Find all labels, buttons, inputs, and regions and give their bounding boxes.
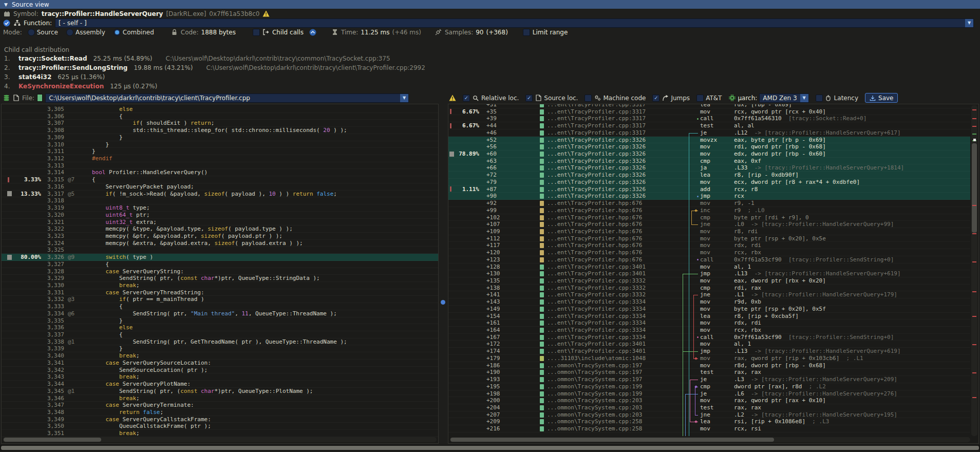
source-row[interactable]: 3,307 if( shouldExit ) return;	[2, 120, 438, 127]
source-location[interactable]: ...ent\TracyProfiler.cpp:3326	[547, 143, 646, 150]
source-row[interactable]: 13.33%3,317@5 if( !m_sock->Read( &payloa…	[2, 191, 438, 198]
source-row[interactable]: 3,337 {	[2, 331, 438, 338]
source-row[interactable]: 3,341 case ServerQuerySourceLocation:	[2, 360, 438, 367]
assembly-row[interactable]: 78.89%+60...ent\TracyProfiler.cpp:3326mo…	[448, 150, 970, 158]
checkbox-icon[interactable]	[585, 95, 592, 102]
source-location[interactable]: ...ommon\TracySystem.cpp:199	[547, 390, 642, 398]
source-location[interactable]: ...ent\TracyProfiler.cpp:3326	[547, 179, 646, 186]
uarch-select[interactable]: AMD Zen 3▼	[759, 93, 808, 103]
source-row[interactable]: 3,336 else	[2, 324, 438, 331]
source-row[interactable]: 3,321 uint32_t extra;	[2, 219, 438, 226]
source-location[interactable]: ...ent\TracyProfiler.hpp:676	[547, 242, 642, 249]
window-hscrollbar[interactable]	[0, 445, 980, 451]
source-location[interactable]: ...ent\TracyProfiler.cpp:3326	[547, 137, 646, 144]
assembly-row[interactable]: +179....31103\include\atomic:1048movrax,…	[448, 355, 970, 362]
assembly-row[interactable]: +135...ent\TracyProfiler.cpp:3332moveax,…	[448, 277, 970, 285]
source-location[interactable]: ...ommon\TracySystem.cpp:203	[547, 397, 642, 404]
assembly-row[interactable]: +190...ommon\TracySystem.cpp:197testrax,…	[448, 369, 970, 376]
assembly-row[interactable]: +46...ent\TracyProfiler.cpp:3317je.L12 -…	[448, 129, 970, 137]
toggle-at-t[interactable]: AT&T	[696, 95, 722, 102]
source-location[interactable]: ...ommon\TracySystem.cpp:197	[547, 369, 642, 376]
assembly-row[interactable]: +216...ommon\TracySystem.cpp:258movrcx, …	[448, 425, 970, 432]
splitter-grip[interactable]	[441, 300, 445, 305]
source-row[interactable]: 3,305 else	[2, 106, 438, 113]
source-row[interactable]: 3,340 break;	[2, 352, 438, 360]
radio-icon[interactable]	[114, 29, 121, 36]
source-row[interactable]: 3,331 case ServerQueryThreadString:	[2, 289, 438, 296]
source-location[interactable]: ...ent\TracyProfiler.cpp:3317	[547, 129, 646, 137]
source-location[interactable]: ...ent\TracyProfiler.cpp:3401	[547, 341, 646, 348]
toggle-jumps[interactable]: Jumps	[652, 95, 690, 102]
source-row[interactable]: 3,343 break;	[2, 373, 438, 381]
assembly-row[interactable]: +52...ent\TracyProfiler.cpp:3326movzxeax…	[448, 137, 970, 144]
source-row[interactable]: 3,329 SendString( ptr, (const char*)ptr,…	[2, 275, 438, 282]
checkbox-icon[interactable]	[816, 95, 823, 102]
source-row[interactable]: 3,306 {	[2, 113, 438, 120]
assembly-row[interactable]: +79...ent\TracyProfiler.cpp:3326movecx, …	[448, 179, 970, 186]
source-row[interactable]: 3,318	[2, 197, 438, 204]
file-select[interactable]: C:\Users\wolf\Desktop\darkrl\contrib\tra…	[45, 93, 409, 103]
source-location[interactable]: ...ent\TracyProfiler.cpp:3326	[547, 164, 646, 172]
save-button[interactable]: Save	[865, 93, 897, 103]
assembly-row[interactable]: +66...ent\TracyProfiler.cpp:3326ja.L33 -…	[448, 164, 970, 172]
assembly-row[interactable]: +130...ent\TracyProfiler.cpp:3401jmp.L13…	[448, 270, 970, 277]
assembly-row[interactable]: +128...ent\TracyProfiler.cpp:3401moval, …	[448, 263, 970, 271]
source-location[interactable]: ....31103\include\atomic:1048	[547, 355, 646, 362]
scrollbar-thumb[interactable]	[450, 438, 774, 442]
source-row[interactable]: 3,324 memcpy( &extra, &payload.extra, si…	[2, 240, 438, 247]
source-location[interactable]: ...ent\TracyProfiler.hpp:676	[547, 200, 642, 207]
assembly-row[interactable]: 1.11%+87...ent\TracyProfiler.cpp:3326add…	[448, 186, 970, 193]
mode-option-assembly[interactable]: Assembly	[66, 29, 105, 36]
source-row[interactable]: 3,308 std::this_thread::sleep_for( std::…	[2, 127, 438, 134]
source-row[interactable]: 3,325	[2, 247, 438, 254]
source-row[interactable]: 3,330 break;	[2, 282, 438, 289]
assembly-row[interactable]: +123...ent\TracyProfiler.hpp:676call0x7f…	[448, 256, 970, 263]
assembly-row[interactable]: +154...ent\TracyProfiler.cpp:3334lear8, …	[448, 313, 970, 320]
source-row[interactable]: 3,319 uint8_t type;	[2, 204, 438, 212]
child-call-item[interactable]: 2.tracy::Profiler::SendLongString19.88 m…	[4, 63, 980, 72]
source-row[interactable]: 3,334@6 SendString( ptr, "Main thread", …	[2, 310, 438, 317]
source-location[interactable]: ...ent\TracyProfiler.cpp:3334	[547, 298, 646, 306]
assembly-row[interactable]: +63...ent\TracyProfiler.cpp:3326cmpeax, …	[448, 158, 970, 165]
assembly-row[interactable]: +143...ent\TracyProfiler.cpp:3334movr9d,…	[448, 298, 970, 306]
assembly-row[interactable]: +164...ent\TracyProfiler.cpp:3334movrcx,…	[448, 327, 970, 334]
limit-range-checkbox[interactable]	[523, 29, 530, 36]
assembly-hscrollbar[interactable]	[450, 437, 970, 442]
source-location[interactable]: ...ent\TracyProfiler.hpp:676	[547, 249, 642, 256]
source-location[interactable]: ...ent\TracyProfiler.cpp:3317	[547, 104, 646, 108]
source-location[interactable]: ...ent\TracyProfiler.hpp:676	[547, 221, 642, 228]
source-row[interactable]: 3,320 uint64_t ptr;	[2, 212, 438, 219]
source-location[interactable]: ...ent\TracyProfiler.cpp:3326	[547, 150, 646, 158]
toggle-latency[interactable]: Latency	[816, 95, 858, 102]
source-location[interactable]: ...ent\TracyProfiler.hpp:676	[547, 214, 642, 221]
radio-icon[interactable]	[28, 29, 35, 36]
assembly-row[interactable]: +174...ent\TracyProfiler.cpp:3401jmp.L13…	[448, 348, 970, 355]
scrollbar-thumb[interactable]	[1, 446, 979, 450]
source-row[interactable]: 3,335 }	[2, 317, 438, 325]
assembly-row[interactable]: +107...ent\TracyProfiler.hpp:676jne.L0 -…	[448, 221, 970, 228]
source-location[interactable]: ...ent\TracyProfiler.cpp:3334	[547, 334, 646, 341]
source-row[interactable]: 3,333 {	[2, 303, 438, 310]
assembly-row[interactable]: +198...ommon\TracySystem.cpp:199je.L6 ->…	[448, 390, 970, 398]
source-row[interactable]: 3,350 QueueCallstackFrame( ptr );	[2, 423, 438, 430]
assembly-vscrollbar[interactable]	[971, 105, 977, 436]
source-location[interactable]: ...ent\TracyProfiler.cpp:3326	[547, 172, 646, 179]
assembly-row[interactable]: +99...ent\TracyProfiler.hpp:676incr9 ; .…	[448, 207, 970, 214]
source-location[interactable]: ...ent\TracyProfiler.cpp:3334	[547, 319, 646, 327]
source-row[interactable]: 3,351 break;	[2, 430, 438, 437]
toggle-relative-loc-[interactable]: Relative loc.	[463, 95, 519, 102]
source-location[interactable]: ...ent\TracyProfiler.cpp:3332	[547, 291, 646, 298]
checkbox-icon[interactable]	[463, 95, 470, 102]
mode-option-combined[interactable]: Combined	[114, 29, 154, 36]
assembly-row[interactable]: +112...ent\TracyProfiler.hpp:676movbyte …	[448, 235, 970, 242]
source-row[interactable]: 3,328 case ServerQueryString:	[2, 268, 438, 275]
toggle-source-loc-[interactable]: Source loc.	[525, 95, 578, 102]
source-row[interactable]: 3,348 return false;	[2, 409, 438, 416]
assembly-row[interactable]: +138...ent\TracyProfiler.cpp:3332cmprdi,…	[448, 285, 970, 292]
source-location[interactable]: ...ent\TracyProfiler.hpp:676	[547, 235, 642, 242]
child-calls-checkbox[interactable]	[253, 29, 260, 36]
assembly-row[interactable]: +92...ent\TracyProfiler.hpp:676movr9, -1	[448, 200, 970, 207]
source-location[interactable]: ...ommon\TracySystem.cpp:197	[547, 362, 642, 369]
assembly-row[interactable]: +117...ent\TracyProfiler.hpp:676movrdx, …	[448, 242, 970, 249]
assembly-row[interactable]: +209...ommon\TracySystem.cpp:258learsi, …	[448, 418, 970, 425]
